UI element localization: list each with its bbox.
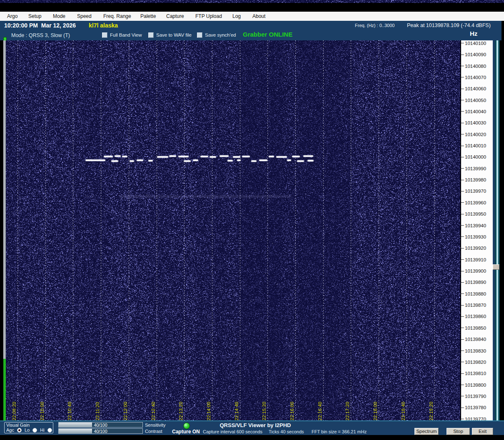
menu-item-speed[interactable]: Speed xyxy=(77,13,92,19)
radio-agc[interactable] xyxy=(17,428,22,433)
freq-label: 10140040 xyxy=(465,109,486,114)
freq-tick-mark xyxy=(461,339,464,340)
freq-tick-mark xyxy=(461,351,464,351)
frequency-scrollbar[interactable] xyxy=(495,40,500,421)
freq-tick-mark xyxy=(461,225,464,226)
argo-window: ArgoSetupModeSpeedFreq. RangePaletteCapt… xyxy=(0,0,504,440)
sensitivity-slider[interactable]: 40/100 xyxy=(58,422,143,428)
exit-button[interactable]: Exit xyxy=(472,428,493,435)
time-gridline xyxy=(17,40,18,420)
time-tick-label: 22:13:20 xyxy=(178,395,184,420)
spectrum-button[interactable]: Spectrum xyxy=(414,428,439,435)
time-gridline xyxy=(351,40,351,420)
contrast-slider[interactable]: 40/100 xyxy=(58,428,143,434)
clock: 10:20:00 PM xyxy=(4,22,38,29)
menu-item-log[interactable]: Log xyxy=(232,13,241,19)
freq-tick-mark xyxy=(461,43,464,43)
freq-scale-row: 10140100 xyxy=(461,37,493,49)
qrss-signal-dash xyxy=(85,159,105,161)
freq-tick-mark xyxy=(461,408,464,408)
freq-scale-row: 10139990 xyxy=(461,163,493,174)
freq-tick-mark xyxy=(461,271,464,271)
frequency-scrollbar-thumb[interactable] xyxy=(493,264,499,270)
mode-label: Mode : QRSS 3, Slow (T) xyxy=(11,32,70,38)
freq-tick-mark xyxy=(461,396,464,396)
qrss-signal-dash xyxy=(122,156,127,157)
capture-interval-label: Capture interval 600 seconds xyxy=(203,429,262,434)
app-title: QRSS/VLF Viewer by I2PHD xyxy=(207,422,303,428)
qrss-signal-dash xyxy=(111,160,118,162)
qrss-signal-dash xyxy=(115,155,121,157)
menu-item-ftp-upload[interactable]: FTP Upload xyxy=(195,13,222,19)
freq-label: 10139810 xyxy=(465,371,486,376)
menu-item-setup[interactable]: Setup xyxy=(28,13,41,19)
freq-label: 10139800 xyxy=(465,383,486,388)
freq-scale-row: 10139800 xyxy=(461,379,493,390)
radio-hi[interactable] xyxy=(47,428,52,433)
menu-item-capture[interactable]: Capture xyxy=(166,13,184,19)
freq-label: 10140060 xyxy=(465,86,486,91)
freq-scale-row: 10139830 xyxy=(461,345,493,356)
freq-tick-mark xyxy=(461,419,464,419)
freq-scale-row: 10139910 xyxy=(461,254,493,265)
qrss-signal-dash xyxy=(193,159,198,161)
checkbox-icon[interactable] xyxy=(197,32,202,38)
freq-tick-mark xyxy=(461,77,464,77)
freq-label: 10139840 xyxy=(465,337,486,342)
qrss-signal-dash xyxy=(178,156,189,157)
qrss-signal-dash xyxy=(200,156,208,157)
freq-label: 10139860 xyxy=(465,314,486,319)
radio-lo[interactable] xyxy=(32,428,37,433)
freq-scale-row: 10139860 xyxy=(461,311,493,322)
freq-scale-row: 10140050 xyxy=(461,94,493,106)
checkbox-label: Save to WAV file xyxy=(156,32,192,37)
freq-label: 10139890 xyxy=(465,280,486,285)
checkbox-save-to-wav-file[interactable]: Save to WAV file xyxy=(148,32,192,38)
freq-label: 10139930 xyxy=(465,234,486,239)
checkbox-icon[interactable] xyxy=(148,32,154,38)
freq-tick-mark xyxy=(461,168,464,169)
freq-tick-mark xyxy=(461,259,464,260)
qrss-signal-dash xyxy=(237,159,241,161)
checkbox-full-band-view[interactable]: Full Band View xyxy=(102,32,142,38)
qrss-signal-dash xyxy=(169,155,176,157)
freq-tick-mark xyxy=(461,146,464,146)
freq-tick-mark xyxy=(461,248,464,249)
status-bars: 10:20:00 PM Mar 12, 2026 kl7l alaska Fre… xyxy=(0,21,502,40)
freq-tick-mark xyxy=(461,362,464,362)
time-tick-label: 22:10:00 xyxy=(40,395,45,420)
freq-label: 10140090 xyxy=(465,52,486,57)
checkbox-save-synch-ed[interactable]: Save synch'ed xyxy=(197,32,236,38)
menu-item-about[interactable]: About xyxy=(252,13,265,19)
freq-span-label: Freq. (Hz) : 0..3000 xyxy=(355,23,394,28)
stop-button[interactable]: Stop xyxy=(447,428,470,435)
menu-item-palette[interactable]: Palette xyxy=(140,13,156,19)
freq-scale-row: 10139880 xyxy=(461,288,493,299)
time-gridline xyxy=(295,40,296,420)
freq-tick-mark xyxy=(461,100,464,100)
radio-label-agc: Agc xyxy=(6,428,14,433)
freq-scale-row: 10140060 xyxy=(461,83,493,94)
checkbox-icon[interactable] xyxy=(102,32,107,38)
grabber-status: Grabber ONLINE xyxy=(243,31,292,38)
menu-item-mode[interactable]: Mode xyxy=(53,13,65,19)
freq-scale-row: 10139850 xyxy=(461,322,493,333)
freq-tick-mark xyxy=(461,55,464,55)
frequency-scale: 1014010010140090101400801014007010140060… xyxy=(461,40,493,421)
qrss-signal-dash xyxy=(259,159,267,161)
menu-item-argo[interactable]: Argo xyxy=(7,13,17,19)
qrss-signal-dash xyxy=(104,156,113,157)
qrss-signal-dash xyxy=(157,156,168,158)
freq-scale-row: 10139960 xyxy=(461,197,493,208)
qrss-signal-dash xyxy=(137,159,143,161)
time-gridline xyxy=(184,40,185,420)
qrss-signal-dash xyxy=(292,156,300,157)
freq-scale-row: 10139840 xyxy=(461,334,493,345)
qrss-signal-dash xyxy=(251,160,257,162)
freq-label: 10140020 xyxy=(465,132,486,137)
freq-scale-row: 10140010 xyxy=(461,140,493,152)
freq-scale-row: 10140000 xyxy=(461,152,493,163)
menu-item-freq-range[interactable]: Freq. Range xyxy=(103,13,131,19)
time-tick-label: 22:16:40 xyxy=(317,395,323,420)
freq-tick-mark xyxy=(461,180,464,180)
